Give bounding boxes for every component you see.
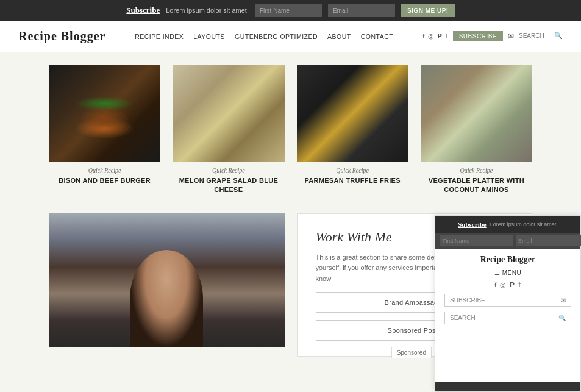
subscribe-firstname-input[interactable] [255,4,322,17]
overlay-pinterest-icon[interactable]: 𝗣 [510,281,515,289]
overlay-body: Recipe Blogger ☰ MENU f ◎ 𝗣 𝕥 SUBSCRIBE … [435,249,580,382]
overlay-social-row: f ◎ 𝗣 𝕥 [444,281,571,289]
email-icon: ✉ [508,32,514,41]
navbar: Recipe Blogger RECIPE INDEX LAYOUTS GUTE… [0,21,581,52]
nav-link-gutenberg[interactable]: GUTENBERG OPTIMIZED [235,33,318,40]
nav-link-recipe-index[interactable]: RECIPE INDEX [135,33,184,40]
pinterest-icon[interactable]: 𝗣 [437,32,442,40]
overlay-subscribe-field[interactable]: SUBSCRIBE ✉ [444,294,571,307]
recipe-grid: Quick Recipe BISON AND BEEF BURGER Quick… [49,65,532,195]
overlay-logo: Recipe Blogger [444,255,571,265]
facebook-icon[interactable]: f [422,32,425,40]
overlay-dark-button[interactable] [435,382,580,391]
recipe-image-0 [49,65,160,162]
nav-links: RECIPE INDEX LAYOUTS GUTENBERG OPTIMIZED… [135,33,393,40]
portrait-image [49,213,285,347]
recipe-title-2: PARMESAN TRUFFLE FRIES [304,176,400,185]
nav-link-layouts[interactable]: LAYOUTS [193,33,225,40]
recipe-card-1[interactable]: Quick Recipe MELON GRAPE SALAD BLUE CHEE… [173,65,284,195]
overlay-instagram-icon[interactable]: ◎ [500,281,506,289]
recipe-tag-3: Quick Recipe [460,167,493,174]
portrait-container [49,213,285,347]
overlay-search-field[interactable]: SEARCH 🔍 [444,312,571,324]
subscribe-bar-title: Subscribe [126,5,160,15]
overlay-menu-row: ☰ MENU [444,269,571,276]
recipe-title-3: VEGETABLE PLATTER WITH COCONUT AMINOS [421,176,532,195]
recipe-title-0: BISON AND BEEF BURGER [59,176,151,185]
social-icons: f ◎ 𝗣 𝕥 [422,32,448,40]
recipe-title-1: MELON GRAPE SALAD BLUE CHEESE [173,176,284,195]
recipe-tag-2: Quick Recipe [336,167,369,174]
search-icon: 🔍 [554,32,563,40]
recipe-card-3[interactable]: Quick Recipe VEGETABLE PLATTER WITH COCO… [421,65,532,195]
overlay-facebook-icon[interactable]: f [494,281,497,289]
nav-link-contact[interactable]: CONTACT [361,33,393,40]
overlay-subscribe-text: Lorem ipsum dolor sit amet. [490,221,558,227]
hamburger-icon: ☰ [494,269,500,276]
recipe-image-1 [173,65,284,162]
instagram-icon[interactable]: ◎ [428,32,434,40]
overlay-twitter-icon[interactable]: 𝕥 [518,281,521,289]
overlay-subscribe-bar: Subscribe Lorem ipsum dolor sit amet. [435,216,580,233]
subscribe-bar: Subscribe Lorem ipsum dolor sit amet. SI… [0,0,581,21]
sponsored-badge: Sponsored [391,347,432,358]
nav-right: f ◎ 𝗣 𝕥 SUBSCRIBE ✉ 🔍 [422,31,563,41]
overlay-email-input[interactable] [516,235,581,246]
overlay-input-row: SIGN ME UP! [435,233,580,249]
recipe-image-3 [421,65,532,162]
overlay-menu-label: MENU [502,269,521,276]
nav-link-about[interactable]: ABOUT [327,33,351,40]
subscribe-email-input[interactable] [328,4,395,17]
nav-logo: Recipe Blogger [18,29,105,43]
overlay-firstname-input[interactable] [440,235,513,246]
nav-subscribe-button[interactable]: SUBSCRIBE [453,31,503,41]
overlay-search-icon: 🔍 [558,315,566,321]
recipe-tag-0: Quick Recipe [88,167,121,174]
recipe-tag-1: Quick Recipe [212,167,245,174]
subscribe-bar-text: Lorem ipsum dolor sit amet. [166,7,249,14]
overlay-search-field-label: SEARCH [450,315,555,321]
recipe-card-0[interactable]: Quick Recipe BISON AND BEEF BURGER [49,65,160,195]
overlay-subscribe-title: Subscribe [458,221,486,228]
nav-search[interactable]: 🔍 [519,32,563,41]
search-input[interactable] [519,32,552,39]
overlay-subscribe-field-label: SUBSCRIBE [450,297,558,304]
recipe-image-2 [297,65,408,162]
mobile-overlay: Subscribe Lorem ipsum dolor sit amet. SI… [435,215,581,392]
twitter-icon[interactable]: 𝕥 [445,32,448,40]
recipe-card-2[interactable]: Quick Recipe PARMESAN TRUFFLE FRIES [297,65,408,195]
overlay-email-icon: ✉ [561,297,566,304]
subscribe-bar-button[interactable]: SIGN ME UP! [401,4,455,17]
